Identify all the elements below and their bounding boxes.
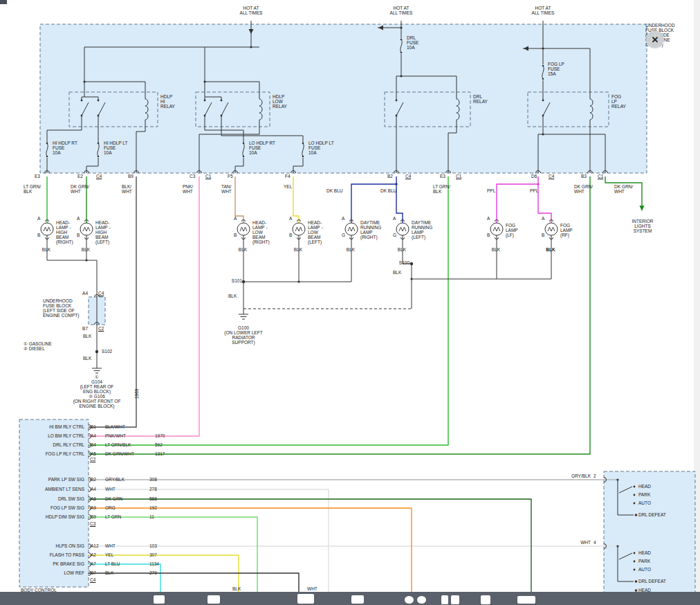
bcm-wire-color: YEL (105, 552, 141, 557)
lo-hdlp-rt-fuse-label: LO HDLP RT FUSE 10A (249, 141, 278, 155)
hot-at-all-times-2: HOT AT ALL TIMES (385, 6, 417, 15)
lamp-blk-label: BLK (341, 247, 360, 252)
lamp-name-hb-left: HEAD- LAMP - HIGH BEAM (LEFT) (95, 220, 126, 244)
bcm-pin-name: HDLP DIM SW SIG (21, 514, 84, 519)
bcm-circuit-number: 592 (155, 442, 173, 447)
close-button[interactable]: ✕ (646, 30, 664, 48)
switch-pos-auto-2: AUTO (638, 567, 680, 572)
bcm-pin-id: A7 (91, 561, 103, 566)
blk-label-fb-lower: BLK (83, 356, 95, 361)
switch-pos-park-2: PARK (638, 559, 680, 563)
hi-hdlp-rt-fuse-label: HI HDLP RT FUSE 10A (53, 141, 82, 155)
bcm-connector-c3: C3 (90, 521, 101, 526)
wire-label-pnk-wht: PNK/ WHT (183, 184, 199, 194)
bcm-circuit-number: 11 (149, 514, 167, 519)
drl-relay-label: DRL RELAY (473, 94, 498, 104)
hot-at-all-times-3: HOT AT ALL TIMES (527, 6, 559, 15)
bcm-circuit-number: 103 (149, 543, 167, 548)
window-corner (0, 0, 7, 4)
taskbar-icon[interactable] (297, 594, 314, 604)
bcm-connector-c2: C2 (90, 457, 101, 462)
terminal-f4: F4 (285, 174, 295, 179)
bcm-pin-name: LO BM RLY CTRL (21, 433, 84, 438)
terminal-d6: D6 (531, 174, 541, 179)
bcm-pin-name: FLASH TO PASS (21, 552, 84, 557)
wire-dk-grn-wht (86, 177, 645, 454)
bcm-wire-color: DK GRN (105, 496, 141, 501)
hi-hdlp-lt-fuse-label: HI HDLP LT FUSE 10A (104, 141, 133, 155)
circuit-1969-label: 1969 (134, 381, 139, 399)
lamp-terminal-a: A (342, 216, 349, 221)
wire-label-ppl-2: PPL (530, 188, 542, 193)
bcm-pin-id: A8 (91, 496, 103, 501)
wiring-diagram-page: HOT AT ALL TIMES HOT AT ALL TIMES HOT AT… (0, 0, 700, 605)
bcm-pin-name: PK BRAKE SIG (21, 561, 84, 566)
taskbar-icon[interactable] (405, 596, 414, 604)
blk-label-fb-upper: BLK (83, 334, 95, 338)
connector-c4-3: C4 (549, 174, 558, 179)
connector-c1-1: C1 (205, 174, 215, 179)
bcm-circuit-number: 1317 (155, 451, 173, 456)
bcm-wire-color: LT BLU (105, 561, 141, 566)
taskbar-icon[interactable] (154, 595, 165, 604)
bcm-pin-id: A2 (91, 552, 103, 557)
taskbar-icon[interactable] (351, 595, 364, 604)
wire-label-ppl-1: PPL (487, 188, 499, 193)
lamp-terminal-b: B (234, 233, 241, 237)
taskbar-icon[interactable] (451, 595, 459, 604)
connector-arcs-mid (95, 295, 607, 549)
bcm-circuit-number: 1970 (155, 433, 173, 438)
connector-c4-2: C4 (405, 174, 415, 179)
taskbar-icon[interactable] (441, 595, 448, 604)
lamp-blk-label: BLK (233, 247, 252, 252)
connector-c1-3: C1 (598, 174, 607, 179)
splice-s100-label: S100 (387, 260, 409, 265)
wire-label-gry-blk-right: GRY/BLK (558, 473, 591, 478)
bcm-wire-color: PNK/WHT (105, 433, 141, 438)
wire-label-lt-grn-blk-2: LT GRN/ BLK (433, 184, 455, 194)
bcm-pin-id: A4 (91, 433, 103, 438)
splice-s102-label: S102 (102, 349, 118, 354)
bcm-pin-id: A5 (91, 451, 103, 456)
bcm-wire-color: LT GRN/BLK (105, 442, 141, 447)
fog-lp-relay-label: FOG LP RELAY (611, 94, 636, 109)
connector-c1-2: C1 (456, 174, 466, 179)
taskbar-icon[interactable] (481, 595, 490, 604)
interior-lights-label: INTERIOR LIGHTS SYSTEM (623, 219, 662, 233)
bcm-wire-color: GRY/BLK (105, 477, 141, 482)
bcm-pin-name: HLPS ON SIG (21, 543, 84, 548)
taskbar-icon[interactable] (417, 596, 426, 604)
taskbar-icon[interactable] (208, 595, 220, 604)
bcm-pin-id: B7 (91, 570, 103, 575)
bcm-wire-color: WHT (105, 543, 141, 548)
lamp-terminal-a: A (37, 216, 44, 221)
ground-g100-label: G100 (ON LOWER LEFT RADIATOR SUPPORT) (208, 325, 279, 345)
bcm-pin-name: AMBIENT LT SENS (21, 487, 84, 491)
bcm-pin-id: B4 (91, 442, 103, 447)
terminal-e2: E2 (77, 174, 87, 179)
close-icon: ✕ (652, 35, 659, 45)
taskbar (0, 592, 700, 605)
bottom-wht-label: WHT (307, 586, 320, 591)
terminal-c3: C3 (190, 174, 199, 179)
lamp-terminal-g: G (393, 233, 400, 237)
bcm-pin-name: PARK LP SW SIG (21, 477, 84, 482)
lamp-blk-label: BLK (392, 247, 412, 252)
bcm-pin-id: A4 (91, 487, 103, 491)
wire-label-dk-blu-2: DK BLU (380, 188, 401, 193)
terminal-2-label: 2 (593, 473, 600, 478)
wire-blk (89, 573, 299, 592)
ground-wiring (47, 235, 551, 365)
mid-fuse-block-note: UNDERHOOD FUSE BLOCK (LEFT SIDE OF ENGIN… (43, 298, 87, 318)
bcm-wire-color: BLK (105, 570, 141, 575)
bcm-circuit-number: 308 (149, 477, 167, 482)
bcm-pin-name: HI BM RLY CTRL (21, 424, 84, 429)
taskbar-icon[interactable] (517, 596, 535, 604)
switch-pos-drl-defeat-1: DRL DEFEAT (638, 512, 680, 517)
bcm-pin-id: B1 (91, 424, 103, 429)
connector-c2-mid: C2 (98, 326, 108, 331)
drl-fuse-label: DRL FUSE 10A (407, 35, 430, 50)
terminal-e3-1: E3 (35, 174, 44, 179)
wire-label-dk-blu-1: DK BLU (326, 188, 347, 193)
wire-label-dk-grn-wht-1: DK GRN/ WHT (71, 184, 94, 194)
